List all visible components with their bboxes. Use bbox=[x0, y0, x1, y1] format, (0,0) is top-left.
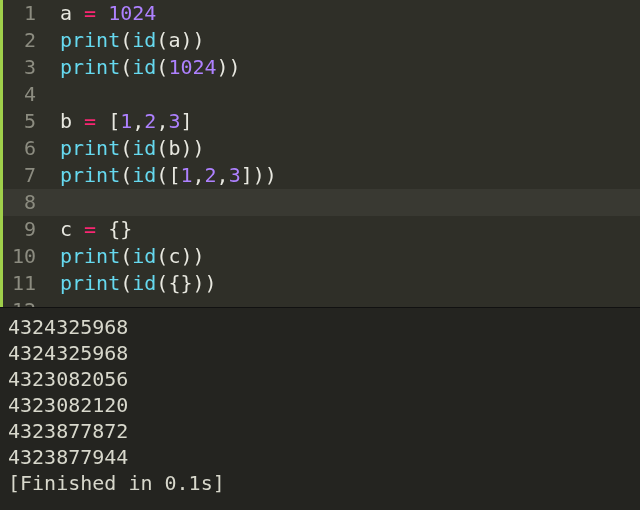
token-paren: )) bbox=[180, 244, 204, 268]
token-builtin: id bbox=[132, 136, 156, 160]
line-number: 10 bbox=[0, 243, 46, 270]
token-builtin: id bbox=[132, 271, 156, 295]
token-paren: )) bbox=[253, 163, 277, 187]
line-number: 2 bbox=[0, 27, 46, 54]
token-num: 1024 bbox=[108, 1, 156, 25]
code-line[interactable]: 11print(id({})) bbox=[0, 270, 640, 297]
token-func: print bbox=[60, 163, 120, 187]
token-paren: ( bbox=[156, 28, 168, 52]
token-paren: ( bbox=[120, 244, 132, 268]
token-comma: , bbox=[132, 109, 144, 133]
token-builtin: id bbox=[132, 244, 156, 268]
token-name: b bbox=[60, 109, 72, 133]
token-name: a bbox=[168, 28, 180, 52]
line-number: 7 bbox=[0, 162, 46, 189]
output-pane[interactable]: 4324325968432432596843230820564323082120… bbox=[0, 307, 640, 510]
code-line[interactable]: 3print(id(1024)) bbox=[0, 54, 640, 81]
token-func: print bbox=[60, 271, 120, 295]
output-line: 4323877872 bbox=[8, 418, 632, 444]
line-number: 11 bbox=[0, 270, 46, 297]
token-bracket: ] bbox=[180, 109, 192, 133]
token-bracket: [ bbox=[108, 109, 120, 133]
token-name: a bbox=[60, 1, 72, 25]
token-paren: )) bbox=[180, 28, 204, 52]
token-func: print bbox=[60, 55, 120, 79]
line-number: 4 bbox=[0, 81, 46, 108]
token-func: print bbox=[60, 244, 120, 268]
code-content[interactable]: print(id(b)) bbox=[46, 135, 205, 162]
code-line[interactable]: 1a = 1024 bbox=[0, 0, 640, 27]
code-line[interactable]: 6print(id(b)) bbox=[0, 135, 640, 162]
editor-window: 1a = 10242print(id(a))3print(id(1024))45… bbox=[0, 0, 640, 510]
token-paren: ( bbox=[120, 55, 132, 79]
output-line: 4324325968 bbox=[8, 314, 632, 340]
token-func: print bbox=[60, 136, 120, 160]
line-number: 3 bbox=[0, 54, 46, 81]
token-name: c bbox=[60, 217, 72, 241]
token-paren: )) bbox=[180, 136, 204, 160]
line-number: 5 bbox=[0, 108, 46, 135]
line-number: 8 bbox=[0, 189, 46, 216]
code-content[interactable]: c = {} bbox=[46, 216, 132, 243]
code-line[interactable]: 9c = {} bbox=[0, 216, 640, 243]
output-line: 4324325968 bbox=[8, 340, 632, 366]
output-line: 4323877944 bbox=[8, 444, 632, 470]
code-content[interactable]: print(id(a)) bbox=[46, 27, 205, 54]
token-num: 2 bbox=[205, 163, 217, 187]
token-num: 1 bbox=[180, 163, 192, 187]
partial-code-line: 12 bbox=[0, 297, 640, 307]
line-number: 12 bbox=[0, 297, 46, 307]
output-line: 4323082120 bbox=[8, 392, 632, 418]
token-num: 3 bbox=[168, 109, 180, 133]
line-number: 6 bbox=[0, 135, 46, 162]
code-content[interactable]: print(id({})) bbox=[46, 270, 217, 297]
token-paren: ( bbox=[120, 136, 132, 160]
token-paren: ( bbox=[120, 271, 132, 295]
token-op: = bbox=[84, 217, 96, 241]
token-name: c bbox=[168, 244, 180, 268]
code-content[interactable]: print(id([1,2,3])) bbox=[46, 162, 277, 189]
token-bracket: {} bbox=[168, 271, 192, 295]
token-comma: , bbox=[193, 163, 205, 187]
output-line: 4323082056 bbox=[8, 366, 632, 392]
token-paren: ( bbox=[120, 28, 132, 52]
code-content[interactable]: print(id(1024)) bbox=[46, 54, 241, 81]
line-number: 9 bbox=[0, 216, 46, 243]
code-line[interactable]: 10print(id(c)) bbox=[0, 243, 640, 270]
token-num: 2 bbox=[144, 109, 156, 133]
code-line[interactable]: 5b = [1,2,3] bbox=[0, 108, 640, 135]
code-content[interactable]: a = 1024 bbox=[46, 0, 156, 27]
token-paren: ( bbox=[156, 163, 168, 187]
code-content[interactable]: b = [1,2,3] bbox=[46, 108, 193, 135]
token-builtin: id bbox=[132, 55, 156, 79]
token-paren: ( bbox=[156, 136, 168, 160]
code-line[interactable]: 8 bbox=[0, 189, 640, 216]
token-bracket: ] bbox=[241, 163, 253, 187]
output-line: [Finished in 0.1s] bbox=[8, 470, 632, 496]
code-content[interactable]: print(id(c)) bbox=[46, 243, 205, 270]
code-pane[interactable]: 1a = 10242print(id(a))3print(id(1024))45… bbox=[0, 0, 640, 307]
token-builtin: id bbox=[132, 28, 156, 52]
token-comma: , bbox=[156, 109, 168, 133]
token-paren: ( bbox=[156, 271, 168, 295]
token-bracket: {} bbox=[108, 217, 132, 241]
code-line[interactable]: 7print(id([1,2,3])) bbox=[0, 162, 640, 189]
token-paren: )) bbox=[193, 271, 217, 295]
token-name: b bbox=[168, 136, 180, 160]
token-paren: ( bbox=[156, 55, 168, 79]
token-op: = bbox=[84, 1, 96, 25]
token-num: 1 bbox=[120, 109, 132, 133]
token-bracket: [ bbox=[168, 163, 180, 187]
token-builtin: id bbox=[132, 163, 156, 187]
code-line[interactable]: 4 bbox=[0, 81, 640, 108]
token-paren: ( bbox=[156, 244, 168, 268]
token-num: 3 bbox=[229, 163, 241, 187]
token-op: = bbox=[84, 109, 96, 133]
token-num: 1024 bbox=[168, 55, 216, 79]
code-line[interactable]: 2print(id(a)) bbox=[0, 27, 640, 54]
token-func: print bbox=[60, 28, 120, 52]
token-paren: ( bbox=[120, 163, 132, 187]
token-comma: , bbox=[217, 163, 229, 187]
line-number: 1 bbox=[0, 0, 46, 27]
token-paren: )) bbox=[217, 55, 241, 79]
